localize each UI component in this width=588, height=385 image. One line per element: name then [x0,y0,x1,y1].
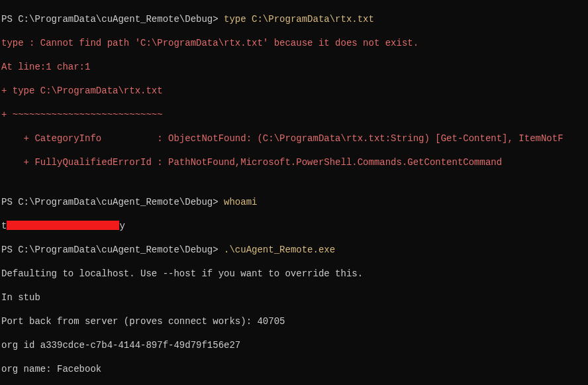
error-line: + type C:\ProgramData\rtx.txt [1,85,587,97]
error-line: At line:1 char:1 [1,61,587,73]
ps-prompt: PS C:\ProgramData\cuAgent_Remote\Debug> [1,14,224,25]
error-line: + ~~~~~~~~~~~~~~~~~~~~~~~~~~~ [1,109,587,121]
output-line: Defaulting to localhost. Use --host if y… [1,268,587,280]
error-line: type : Cannot find path 'C:\ProgramData\… [1,37,587,49]
redacted-suffix: y [119,221,124,231]
typed-command: .\cuAgent_Remote.exe [224,245,335,255]
output-line: PS C:\ProgramData\cuAgent_Remote\Debug> … [1,244,587,256]
terminal-window[interactable]: PS C:\ProgramData\cuAgent_Remote\Debug> … [0,0,588,385]
typed-command: type C:\ProgramData\rtx.txt [224,14,374,25]
output-line: Port back from server (proves connect wo… [1,315,587,327]
output-line: PS C:\ProgramData\cuAgent_Remote\Debug> … [1,196,587,208]
typed-command: whoami [224,197,257,207]
ps-prompt: PS C:\ProgramData\cuAgent_Remote\Debug> [1,197,224,207]
whoami-output: ty [1,220,587,232]
redacted-prefix: t [1,221,7,231]
output-line: org name: Facebook [1,363,587,375]
error-line: + CategoryInfo : ObjectNotFound: (C:\Pro… [1,133,587,144]
error-line: + FullyQualifiedErrorId : PathNotFound,M… [1,156,587,168]
redaction-bar [7,221,119,230]
output-line: In stub [1,292,587,303]
output-line: org id a339cdce-c7b4-4144-897f-49d79f156… [1,339,587,351]
ps-prompt: PS C:\ProgramData\cuAgent_Remote\Debug> [1,245,224,255]
output-line: PS C:\ProgramData\cuAgent_Remote\Debug> … [1,13,587,25]
